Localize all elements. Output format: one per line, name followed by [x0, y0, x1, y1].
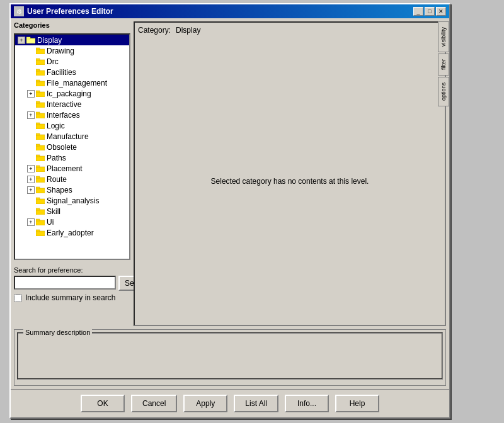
- tree-item-label-facilities: Facilities: [47, 68, 76, 77]
- expand-icon-route[interactable]: +: [27, 176, 35, 183]
- tree-item-display[interactable]: + Display: [15, 35, 129, 45]
- info-button[interactable]: Info...: [285, 395, 329, 412]
- main-section: Categories + Display Drawing Drc Facilit…: [11, 18, 449, 329]
- tree-item-drc[interactable]: Drc: [15, 56, 129, 67]
- expand-icon-ui[interactable]: +: [27, 218, 35, 226]
- tree-item-manufacture[interactable]: Manufacture: [15, 131, 129, 142]
- folder-icon-route: [36, 176, 45, 183]
- checkbox-label: Include summary in search: [25, 293, 115, 302]
- tree-container[interactable]: + Display Drawing Drc Facilities File_ma…: [14, 33, 130, 260]
- bottom-buttons: OK Cancel Apply List All Info... Help: [11, 389, 449, 417]
- summary-section: Summary description: [14, 329, 446, 386]
- folder-icon-placement: [36, 165, 45, 172]
- summary-content: [20, 336, 440, 376]
- folder-icon-drawing: [36, 47, 45, 54]
- visibility-tab[interactable]: visibility: [438, 21, 449, 52]
- tree-item-file_management[interactable]: File_management: [15, 77, 129, 88]
- svg-rect-37: [36, 230, 40, 232]
- search-row: Search: [14, 276, 130, 291]
- tree-item-label-early_adopter: Early_adopter: [47, 228, 94, 237]
- tree-item-signal_analysis[interactable]: Signal_analysis: [15, 195, 129, 206]
- tree-item-early_adopter[interactable]: Early_adopter: [15, 227, 129, 238]
- title-bar-left: ⚙ User Preferences Editor: [14, 6, 113, 16]
- tree-item-obsolete[interactable]: Obsolete: [15, 142, 129, 152]
- no-contents-message: Selected category has no contents at thi…: [138, 41, 442, 322]
- filter-tab[interactable]: filter: [438, 54, 449, 76]
- tree-item-facilities[interactable]: Facilities: [15, 67, 129, 77]
- folder-icon-file_management: [36, 79, 45, 86]
- folder-icon-display: [26, 37, 35, 43]
- tree-item-label-display: Display: [37, 36, 62, 45]
- tree-item-label-drawing: Drawing: [47, 47, 74, 55]
- title-buttons: _ □ ✕: [413, 7, 446, 16]
- tree-item-label-paths: Paths: [47, 154, 66, 162]
- folder-icon-signal_analysis: [36, 197, 45, 204]
- minimize-button[interactable]: _: [413, 7, 423, 16]
- folder-icon-ui: [36, 218, 45, 225]
- svg-rect-25: [36, 166, 40, 167]
- maximize-button[interactable]: □: [425, 7, 435, 16]
- tree-item-interactive[interactable]: Interactive: [15, 99, 129, 110]
- content-area: Categories + Display Drawing Drc Facilit…: [11, 18, 449, 417]
- include-summary-checkbox[interactable]: [14, 294, 22, 302]
- left-panel: Categories + Display Drawing Drc Facilit…: [14, 21, 130, 326]
- svg-rect-35: [36, 219, 40, 221]
- tree-item-skill[interactable]: Skill: [15, 206, 129, 217]
- tree-item-interfaces[interactable]: + Interfaces: [15, 110, 129, 120]
- options-tab[interactable]: options: [438, 77, 449, 106]
- expand-icon-shapes[interactable]: +: [27, 186, 35, 194]
- svg-rect-27: [36, 176, 40, 178]
- expand-icon-display[interactable]: +: [18, 37, 25, 44]
- tree-item-drawing[interactable]: Drawing: [15, 45, 129, 56]
- tree-item-label-drc: Drc: [47, 57, 59, 66]
- search-section: Search for preference: Search Include su…: [14, 263, 130, 302]
- svg-rect-23: [36, 155, 40, 157]
- tree-item-label-placement: Placement: [47, 164, 83, 173]
- tree-item-placement[interactable]: + Placement: [15, 163, 129, 174]
- tree-item-label-ic_packaging: Ic_packaging: [47, 89, 91, 98]
- tree-item-label-file_management: File_management: [47, 79, 107, 87]
- tree-item-label-signal_analysis: Signal_analysis: [47, 196, 99, 205]
- checkbox-row: Include summary in search: [14, 293, 130, 302]
- help-button[interactable]: Help: [335, 395, 379, 412]
- svg-rect-7: [36, 69, 40, 71]
- tree-item-label-ui: Ui: [47, 218, 54, 227]
- tree-item-label-logic: Logic: [47, 121, 65, 130]
- cancel-button[interactable]: Cancel: [131, 395, 177, 412]
- category-label: Category:: [138, 26, 171, 35]
- list-all-button[interactable]: List All: [234, 395, 278, 412]
- tree-item-route[interactable]: + Route: [15, 174, 129, 184]
- folder-icon-obsolete: [36, 144, 45, 150]
- svg-rect-29: [36, 187, 40, 189]
- svg-rect-13: [36, 101, 40, 103]
- svg-rect-15: [36, 112, 40, 114]
- svg-rect-11: [36, 91, 40, 93]
- folder-icon-facilities: [36, 69, 45, 76]
- search-input[interactable]: [14, 276, 116, 290]
- tree-item-shapes[interactable]: + Shapes: [15, 184, 129, 195]
- tree-item-label-interfaces: Interfaces: [47, 111, 80, 120]
- tree-item-label-interactive: Interactive: [47, 100, 81, 109]
- summary-group: Summary description: [17, 332, 443, 380]
- svg-rect-17: [36, 123, 40, 125]
- folder-icon-paths: [36, 154, 45, 161]
- close-button[interactable]: ✕: [436, 7, 446, 16]
- folder-icon-shapes: [36, 186, 45, 193]
- folder-icon-interactive: [36, 101, 45, 108]
- ok-button[interactable]: OK: [81, 395, 125, 412]
- expand-icon-placement[interactable]: +: [27, 165, 35, 172]
- summary-legend: Summary description: [23, 329, 92, 336]
- tree-item-ic_packaging[interactable]: + Ic_packaging: [15, 88, 129, 99]
- tree-item-ui[interactable]: + Ui: [15, 217, 129, 227]
- tree-item-paths[interactable]: Paths: [15, 152, 129, 163]
- expand-icon-interfaces[interactable]: +: [27, 111, 35, 119]
- tree-item-logic[interactable]: Logic: [15, 120, 129, 131]
- svg-rect-3: [36, 48, 40, 50]
- main-window: ⚙ User Preferences Editor _ □ ✕ Categori…: [9, 3, 450, 419]
- side-tabs: visibility filter options: [438, 18, 449, 110]
- search-label: Search for preference:: [14, 266, 130, 274]
- apply-button[interactable]: Apply: [183, 395, 227, 412]
- folder-icon-ic_packaging: [36, 90, 45, 97]
- svg-rect-33: [36, 208, 40, 210]
- expand-icon-ic_packaging[interactable]: +: [27, 90, 35, 98]
